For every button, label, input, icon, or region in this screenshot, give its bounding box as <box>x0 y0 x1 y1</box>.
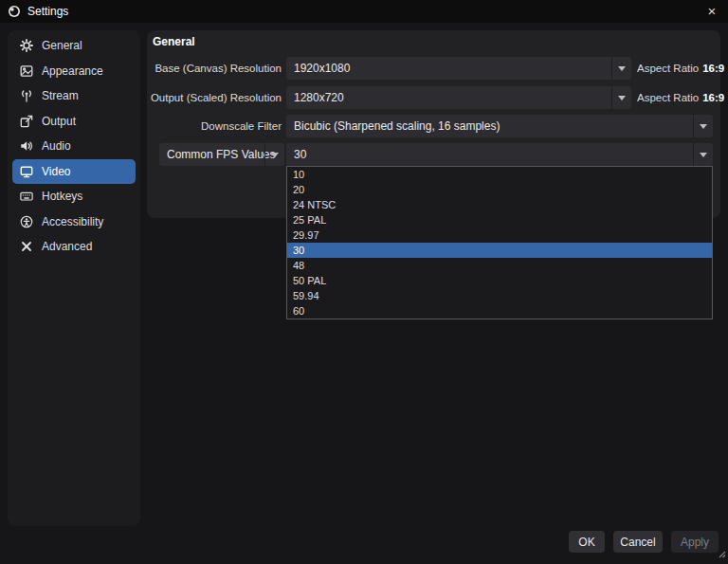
chevron-down-icon <box>611 57 631 80</box>
fps-option[interactable]: 24 NTSC <box>287 197 712 212</box>
output-resolution-value: 1280x720 <box>294 91 344 104</box>
output-resolution-label: Output (Scaled) Resolution <box>123 86 282 109</box>
accessibility-icon <box>20 215 33 228</box>
chevron-down-icon <box>693 115 713 137</box>
sidebar-item-label: General <box>42 39 82 52</box>
fps-value: 30 <box>294 148 306 161</box>
sidebar-item-label: Appearance <box>42 64 103 78</box>
gear-icon <box>20 39 33 52</box>
resize-grip[interactable] <box>717 545 726 562</box>
output-resolution-select[interactable]: 1280x720 <box>286 86 631 109</box>
settings-sidebar: General Appearance Stream <box>8 30 140 526</box>
chevron-down-icon <box>693 143 713 166</box>
advanced-icon <box>20 240 33 253</box>
downscale-filter-label: Downscale Filter <box>123 115 282 137</box>
aspect-ratio: Aspect Ratio16:9 <box>637 86 724 109</box>
aspect-ratio-label: Aspect Ratio <box>637 63 699 74</box>
sidebar-item-label: Accessibility <box>42 215 103 228</box>
aspect-ratio-value: 16:9 <box>702 63 724 74</box>
fps-dropdown-list: 10 20 24 NTSC 25 PAL 29.97 30 48 50 PAL … <box>286 166 713 319</box>
aspect-ratio: Aspect Ratio16:9 <box>637 57 724 80</box>
fps-type-select[interactable]: Common FPS Values <box>159 143 284 166</box>
sidebar-item-stream[interactable]: Stream <box>12 83 136 109</box>
section-title: General <box>153 35 195 48</box>
downscale-filter-select[interactable]: Bicubic (Sharpened scaling, 16 samples) <box>286 115 713 137</box>
sidebar-item-audio[interactable]: Audio <box>12 134 136 159</box>
stream-icon <box>20 89 33 102</box>
appearance-icon <box>20 64 33 78</box>
fps-type-value: Common FPS Values <box>167 148 276 161</box>
sidebar-item-label: Stream <box>42 89 79 102</box>
hotkeys-icon <box>20 190 33 203</box>
chevron-down-icon <box>611 86 631 109</box>
output-icon <box>20 115 33 128</box>
aspect-ratio-label: Aspect Ratio <box>637 92 699 103</box>
ok-button[interactable]: OK <box>569 531 605 553</box>
fps-option-selected[interactable]: 30 <box>287 243 712 258</box>
fps-option[interactable]: 48 <box>287 258 712 273</box>
fps-option[interactable]: 50 PAL <box>287 273 712 288</box>
fps-value-select[interactable]: 30 <box>286 143 713 166</box>
fps-option[interactable]: 20 <box>287 182 712 197</box>
sidebar-item-video[interactable]: Video <box>12 159 136 185</box>
sidebar-item-label: Video <box>42 165 70 178</box>
sidebar-item-general[interactable]: General <box>12 33 136 59</box>
audio-icon <box>20 139 33 153</box>
settings-window: { "window": { "title": "Settings", "clos… <box>0 0 728 564</box>
chevron-down-icon <box>264 143 284 166</box>
titlebar[interactable]: Settings × <box>0 0 728 23</box>
sidebar-item-label: Output <box>42 115 76 128</box>
fps-option[interactable]: 10 <box>287 167 712 182</box>
sidebar-item-output[interactable]: Output <box>12 109 136 135</box>
video-icon <box>20 165 33 178</box>
downscale-filter-value: Bicubic (Sharpened scaling, 16 samples) <box>294 119 500 133</box>
sidebar-item-advanced[interactable]: Advanced <box>12 234 136 260</box>
window-title: Settings <box>27 5 68 18</box>
base-resolution-label: Base (Canvas) Resolution <box>123 57 282 80</box>
sidebar-item-accessibility[interactable]: Accessibility <box>12 209 136 235</box>
obs-logo-icon <box>8 5 21 18</box>
sidebar-item-hotkeys[interactable]: Hotkeys <box>12 184 136 209</box>
fps-option[interactable]: 25 PAL <box>287 212 712 227</box>
sidebar-item-label: Audio <box>42 139 71 153</box>
fps-option[interactable]: 59.94 <box>287 288 712 303</box>
aspect-ratio-value: 16:9 <box>702 92 724 103</box>
cancel-button[interactable]: Cancel <box>613 531 663 553</box>
fps-option[interactable]: 29.97 <box>287 227 712 243</box>
fps-option[interactable]: 60 <box>287 303 712 318</box>
apply-button[interactable]: Apply <box>671 531 719 553</box>
close-button[interactable]: × <box>696 0 728 23</box>
base-resolution-select[interactable]: 1920x1080 <box>286 57 631 80</box>
base-resolution-value: 1920x1080 <box>294 62 350 75</box>
sidebar-item-label: Hotkeys <box>42 190 82 203</box>
sidebar-item-appearance[interactable]: Appearance <box>12 59 136 84</box>
sidebar-item-label: Advanced <box>42 240 92 253</box>
